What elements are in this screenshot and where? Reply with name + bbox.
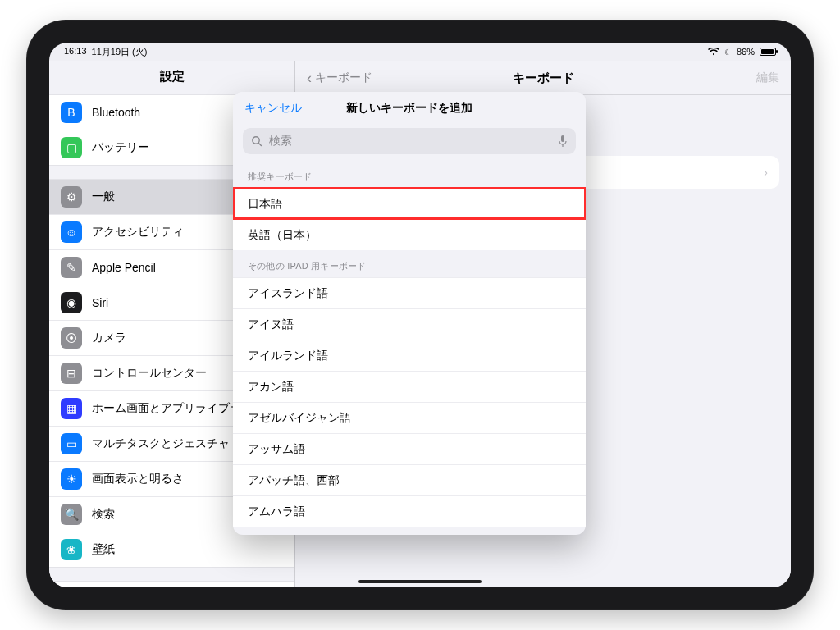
status-date: 11月19日 (火)	[92, 46, 148, 58]
sidebar-item-label: マルチタスクとジェスチャ	[92, 436, 230, 451]
home-indicator[interactable]	[358, 580, 482, 583]
sidebar-item-label: Bluetooth	[92, 106, 140, 119]
sidebar-item[interactable]: ❀壁紙	[49, 532, 294, 567]
sidebar-item-label: コントロールセンター	[92, 366, 207, 381]
status-time: 16:13	[64, 46, 87, 58]
svg-rect-2	[561, 135, 564, 142]
search-icon	[251, 135, 262, 147]
sidebar-item-icon: ❀	[61, 539, 82, 560]
add-keyboard-sheet: キャンセル 新しいキーボードを追加 検索 推奨キーボード日本語英語（日本）その他…	[233, 92, 586, 535]
sidebar-item-label: 一般	[92, 189, 115, 204]
mic-icon[interactable]	[558, 135, 568, 148]
sheet-header: キャンセル 新しいキーボードを追加	[233, 92, 586, 125]
keyboard-option[interactable]: アイルランド語	[233, 340, 586, 371]
sidebar-item-label: ホーム画面とアプリライブラリ	[92, 401, 253, 416]
keyboard-option[interactable]: アカン語	[233, 371, 586, 402]
sidebar-item-label: 画面表示と明るさ	[92, 472, 184, 486]
dnd-icon: ☾	[724, 48, 732, 57]
sidebar-item-icon: ▦	[61, 398, 82, 419]
keyboard-option[interactable]: アイヌ語	[233, 308, 586, 340]
sheet-section-label: 推奨キーボード	[233, 161, 586, 188]
sidebar-item-label: Apple Pencil	[92, 261, 156, 274]
back-label: キーボード	[315, 71, 372, 85]
edit-button[interactable]: 編集	[756, 71, 779, 85]
keyboard-option[interactable]: 英語（日本）	[233, 219, 586, 250]
sidebar-item-icon: ☀	[61, 468, 82, 490]
sidebar-item-label: Siri	[92, 296, 108, 309]
keyboard-option[interactable]: アムハラ語	[233, 495, 586, 527]
detail-header: ‹ キーボード 編集	[295, 61, 791, 95]
wifi-icon	[708, 48, 719, 56]
cancel-button[interactable]: キャンセル	[244, 101, 302, 116]
chevron-left-icon: ‹	[307, 71, 312, 85]
sidebar-item-icon: ▭	[61, 433, 82, 454]
sidebar-item-icon: 🔍	[61, 504, 82, 525]
keyboard-option[interactable]: アパッチ語、西部	[233, 464, 586, 495]
sidebar-title: 設定	[49, 61, 294, 94]
status-bar: 16:13 11月19日 (火) ☾ 86%	[49, 43, 791, 61]
sidebar-item-label: カメラ	[92, 331, 126, 345]
back-button[interactable]: ‹ キーボード	[307, 71, 372, 85]
sidebar-item-icon: ⚙	[61, 186, 82, 208]
sidebar-item-icon: B	[61, 102, 82, 123]
search-placeholder: 検索	[269, 134, 292, 148]
sidebar-item-icon: ⊟	[61, 363, 82, 384]
sheet-title: 新しいキーボードを追加	[346, 101, 472, 116]
chevron-right-icon: ›	[764, 166, 768, 179]
keyboard-option[interactable]: アゼルバイジャン語	[233, 402, 586, 433]
keyboard-option[interactable]: 日本語	[233, 188, 586, 219]
sheet-section-label: その他の IPAD 用キーボード	[233, 250, 586, 277]
sidebar-item-label: 壁紙	[92, 542, 115, 557]
sidebar-item-icon: ☺	[61, 221, 82, 243]
search-field[interactable]: 検索	[243, 128, 576, 154]
sidebar-item-label: アクセシビリティ	[92, 225, 184, 240]
keyboard-option[interactable]: アイスランド語	[233, 277, 586, 308]
sidebar-item-icon: ▢	[61, 137, 82, 158]
ipad-device-frame: 16:13 11月19日 (火) ☾ 86% 設定 BBluetooth▢	[26, 20, 814, 610]
battery-icon	[760, 48, 776, 56]
sidebar-item-label: バッテリー	[92, 140, 149, 155]
svg-line-1	[258, 143, 261, 145]
sidebar-item-icon: ✎	[61, 257, 82, 278]
keyboard-option[interactable]: アッサム語	[233, 433, 586, 464]
sidebar-item[interactable]: 🔔通知	[49, 582, 294, 587]
battery-percent: 86%	[737, 47, 755, 57]
sidebar-item-icon: ◉	[61, 292, 82, 313]
sidebar-item-label: 検索	[92, 507, 115, 522]
ipad-screen: 16:13 11月19日 (火) ☾ 86% 設定 BBluetooth▢	[49, 43, 791, 587]
sidebar-item-icon: ⦿	[61, 327, 82, 349]
